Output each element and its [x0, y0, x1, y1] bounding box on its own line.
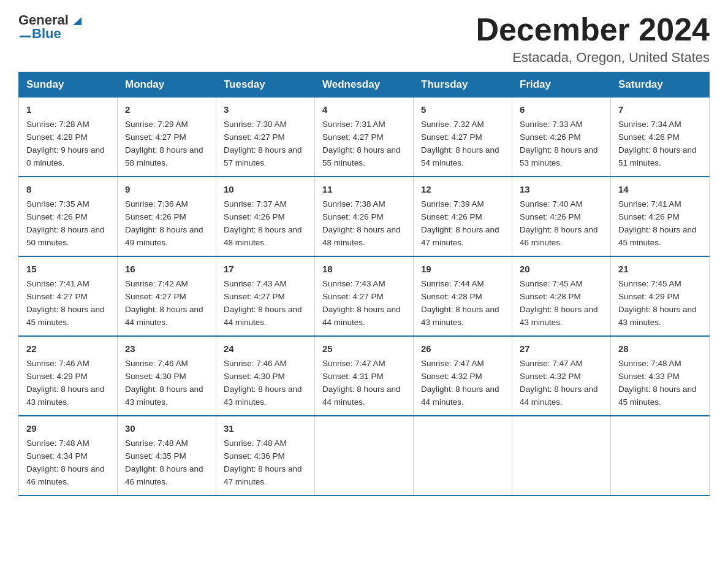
day-number: 6 — [520, 102, 603, 117]
sunrise-label: Sunrise: 7:45 AM — [520, 279, 583, 288]
sunset-label: Sunset: 4:27 PM — [322, 132, 384, 142]
daylight-label: Daylight: 8 hours and 44 minutes. — [421, 385, 499, 407]
sunrise-label: Sunrise: 7:41 AM — [26, 279, 89, 288]
day-number: 18 — [322, 262, 406, 276]
calendar-cell: 13 Sunrise: 7:40 AM Sunset: 4:26 PM Dayl… — [512, 177, 611, 256]
sunrise-label: Sunrise: 7:35 AM — [26, 199, 89, 209]
day-number: 26 — [421, 342, 504, 356]
sunset-label: Sunset: 4:29 PM — [618, 292, 680, 301]
sunrise-label: Sunrise: 7:43 AM — [322, 279, 385, 288]
daylight-label: Daylight: 8 hours and 53 minutes. — [520, 145, 598, 167]
calendar-week-row: 15 Sunrise: 7:41 AM Sunset: 4:27 PM Dayl… — [19, 256, 710, 336]
day-header-wednesday: Wednesday — [315, 72, 414, 98]
sunset-label: Sunset: 4:31 PM — [322, 372, 384, 381]
logo-blue-underline-icon — [20, 29, 31, 38]
calendar-cell: 5 Sunrise: 7:32 AM Sunset: 4:27 PM Dayli… — [414, 98, 512, 177]
sunrise-label: Sunrise: 7:47 AM — [520, 359, 583, 368]
sunset-label: Sunset: 4:34 PM — [26, 451, 88, 461]
sunrise-label: Sunrise: 7:40 AM — [520, 199, 583, 209]
sunrise-label: Sunrise: 7:28 AM — [26, 120, 89, 129]
sunset-label: Sunset: 4:26 PM — [618, 212, 680, 221]
sunrise-label: Sunrise: 7:36 AM — [125, 199, 188, 209]
daylight-label: Daylight: 8 hours and 44 minutes. — [322, 305, 401, 327]
calendar-cell: 10 Sunrise: 7:37 AM Sunset: 4:26 PM Dayl… — [216, 177, 315, 256]
calendar-cell: 25 Sunrise: 7:47 AM Sunset: 4:31 PM Dayl… — [315, 336, 414, 416]
calendar-week-row: 1 Sunrise: 7:28 AM Sunset: 4:28 PM Dayli… — [19, 98, 710, 177]
daylight-label: Daylight: 8 hours and 44 minutes. — [322, 385, 401, 407]
sunset-label: Sunset: 4:26 PM — [322, 212, 384, 221]
calendar-week-row: 22 Sunrise: 7:46 AM Sunset: 4:29 PM Dayl… — [19, 336, 710, 416]
daylight-label: Daylight: 8 hours and 48 minutes. — [224, 225, 302, 247]
calendar-table: SundayMondayTuesdayWednesdayThursdayFrid… — [18, 72, 710, 496]
sunset-label: Sunset: 4:27 PM — [322, 292, 384, 301]
daylight-label: Daylight: 8 hours and 55 minutes. — [322, 145, 401, 167]
sunrise-label: Sunrise: 7:48 AM — [125, 439, 188, 448]
day-number: 10 — [224, 182, 307, 196]
sunset-label: Sunset: 4:26 PM — [421, 212, 482, 221]
sunset-label: Sunset: 4:27 PM — [125, 132, 186, 142]
daylight-label: Daylight: 8 hours and 44 minutes. — [224, 305, 302, 327]
daylight-label: Daylight: 8 hours and 48 minutes. — [322, 225, 401, 247]
daylight-label: Daylight: 8 hours and 47 minutes. — [224, 464, 302, 486]
calendar-cell: 28 Sunrise: 7:48 AM Sunset: 4:33 PM Dayl… — [611, 336, 710, 416]
calendar-cell: 9 Sunrise: 7:36 AM Sunset: 4:26 PM Dayli… — [118, 177, 216, 256]
sunrise-label: Sunrise: 7:48 AM — [26, 439, 89, 448]
sunset-label: Sunset: 4:30 PM — [125, 372, 186, 381]
sunset-label: Sunset: 4:33 PM — [618, 372, 680, 381]
sunset-label: Sunset: 4:28 PM — [421, 292, 482, 301]
calendar-cell — [611, 416, 710, 496]
day-number: 25 — [322, 342, 406, 356]
day-number: 31 — [224, 421, 307, 435]
calendar-cell: 17 Sunrise: 7:43 AM Sunset: 4:27 PM Dayl… — [216, 256, 315, 336]
calendar-cell: 8 Sunrise: 7:35 AM Sunset: 4:26 PM Dayli… — [19, 177, 118, 256]
day-number: 14 — [618, 182, 702, 196]
calendar-cell: 24 Sunrise: 7:46 AM Sunset: 4:30 PM Dayl… — [216, 336, 315, 416]
sunrise-label: Sunrise: 7:44 AM — [421, 279, 484, 288]
sunrise-label: Sunrise: 7:30 AM — [224, 120, 287, 129]
day-number: 7 — [618, 102, 702, 117]
daylight-label: Daylight: 9 hours and 0 minutes. — [26, 145, 105, 167]
calendar-cell — [414, 416, 512, 496]
sunrise-label: Sunrise: 7:46 AM — [26, 359, 89, 368]
sunset-label: Sunset: 4:36 PM — [224, 451, 285, 461]
calendar-cell: 21 Sunrise: 7:45 AM Sunset: 4:29 PM Dayl… — [611, 256, 710, 336]
sunrise-label: Sunrise: 7:38 AM — [322, 199, 385, 209]
sunset-label: Sunset: 4:28 PM — [520, 292, 581, 301]
day-number: 13 — [520, 182, 603, 196]
day-number: 28 — [618, 342, 702, 356]
day-number: 23 — [125, 342, 208, 356]
sunset-label: Sunset: 4:32 PM — [421, 372, 482, 381]
daylight-label: Daylight: 8 hours and 44 minutes. — [125, 305, 203, 327]
sunrise-label: Sunrise: 7:32 AM — [421, 120, 484, 129]
sunrise-label: Sunrise: 7:41 AM — [618, 199, 681, 209]
sunrise-label: Sunrise: 7:42 AM — [125, 279, 188, 288]
day-number: 11 — [322, 182, 406, 196]
sunrise-label: Sunrise: 7:37 AM — [224, 199, 287, 209]
daylight-label: Daylight: 8 hours and 57 minutes. — [224, 145, 302, 167]
day-number: 8 — [26, 182, 110, 196]
sunrise-label: Sunrise: 7:46 AM — [224, 359, 287, 368]
day-number: 20 — [520, 262, 603, 276]
day-number: 21 — [618, 262, 702, 276]
sunset-label: Sunset: 4:26 PM — [224, 212, 285, 221]
calendar-header-row: SundayMondayTuesdayWednesdayThursdayFrid… — [19, 72, 710, 98]
calendar-cell: 23 Sunrise: 7:46 AM Sunset: 4:30 PM Dayl… — [118, 336, 216, 416]
sunset-label: Sunset: 4:26 PM — [26, 212, 88, 221]
calendar-cell: 18 Sunrise: 7:43 AM Sunset: 4:27 PM Dayl… — [315, 256, 414, 336]
calendar-cell: 22 Sunrise: 7:46 AM Sunset: 4:29 PM Dayl… — [19, 336, 118, 416]
sunset-label: Sunset: 4:27 PM — [26, 292, 88, 301]
calendar-cell: 30 Sunrise: 7:48 AM Sunset: 4:35 PM Dayl… — [118, 416, 216, 496]
day-number: 9 — [125, 182, 208, 196]
sunrise-label: Sunrise: 7:33 AM — [520, 120, 583, 129]
calendar-cell: 3 Sunrise: 7:30 AM Sunset: 4:27 PM Dayli… — [216, 98, 315, 177]
daylight-label: Daylight: 8 hours and 43 minutes. — [421, 305, 499, 327]
day-number: 17 — [224, 262, 307, 276]
day-number: 30 — [125, 421, 208, 435]
day-header-sunday: Sunday — [19, 72, 118, 98]
calendar-week-row: 29 Sunrise: 7:48 AM Sunset: 4:34 PM Dayl… — [19, 416, 710, 496]
sunrise-label: Sunrise: 7:45 AM — [618, 279, 681, 288]
svg-rect-1 — [20, 36, 31, 37]
sunset-label: Sunset: 4:35 PM — [125, 451, 186, 461]
day-number: 2 — [125, 102, 208, 117]
day-header-thursday: Thursday — [414, 72, 512, 98]
